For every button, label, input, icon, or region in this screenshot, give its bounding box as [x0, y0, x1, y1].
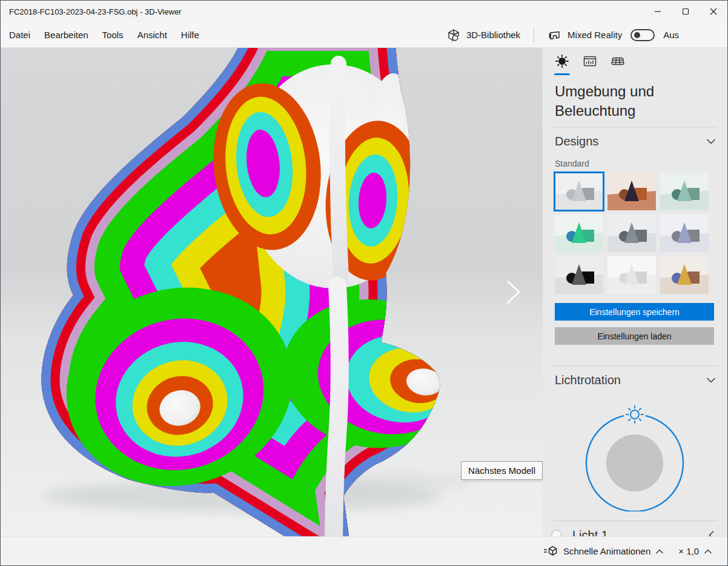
design-thumbnail-6[interactable]: [660, 215, 709, 252]
design-grid: [555, 173, 715, 294]
menu-ansicht[interactable]: Ansicht: [137, 30, 167, 40]
tab-grid[interactable]: [611, 54, 625, 76]
chevron-right-icon: [508, 281, 519, 303]
3d-library-button[interactable]: 3D-Bibliothek: [446, 28, 520, 42]
stats-icon: [583, 54, 597, 68]
light1-expander[interactable]: Licht 1: [555, 525, 715, 536]
designs-label: Designs: [555, 135, 598, 148]
grid-icon: [611, 54, 625, 68]
3d-viewport[interactable]: Nächstes Modell: [1, 48, 543, 536]
animation-speed-dropdown[interactable]: Schnelle Animationen: [543, 545, 663, 558]
menu-bearbeiten[interactable]: Bearbeiten: [44, 30, 88, 40]
design-thumbnail-1[interactable]: [555, 173, 603, 210]
designs-group-label: Standard: [555, 159, 715, 168]
chevron-up-icon: [704, 549, 712, 554]
app-window: FC2018-FC103-2023-04-23-FSG.obj - 3D-Vie…: [0, 0, 728, 566]
chevron-left-icon: [709, 531, 714, 536]
mixed-reality-toggle[interactable]: [630, 29, 655, 41]
load-settings-button[interactable]: Einstellungen laden: [555, 327, 714, 345]
light1-radio[interactable]: [551, 530, 562, 536]
minimize-icon: [654, 8, 661, 15]
panel-tabs: [555, 54, 715, 76]
animation-speed-label: Schnelle Animationen: [563, 546, 650, 556]
animation-icon: [543, 545, 558, 558]
window-controls: [644, 1, 727, 22]
close-icon: [710, 8, 717, 15]
zoom-level-dropdown[interactable]: × 1,0: [678, 546, 712, 556]
chevron-up-icon: [656, 549, 663, 554]
toggle-knob: [634, 32, 640, 38]
minimize-button[interactable]: [644, 1, 672, 22]
mixed-reality-state: Aus: [663, 30, 679, 40]
panel-title: Umgebung und Beleuchtung: [555, 82, 676, 121]
close-button[interactable]: [700, 1, 727, 22]
design-thumbnail-9[interactable]: [660, 256, 709, 294]
divider: [552, 521, 718, 521]
striped-model-body: [42, 48, 474, 536]
light1-label: Licht 1: [572, 528, 608, 537]
chevron-down-icon: [707, 378, 715, 383]
maximize-button[interactable]: [672, 1, 700, 22]
light-rotation-expander[interactable]: Lichtrotation: [555, 373, 715, 387]
next-model-button[interactable]: [506, 279, 521, 305]
chevron-down-icon: [707, 139, 715, 144]
design-thumbnail-5[interactable]: [607, 215, 656, 252]
light-rotation-dial[interactable]: [555, 402, 715, 511]
design-thumbnail-2[interactable]: [607, 173, 656, 210]
design-thumbnail-8[interactable]: [607, 256, 656, 294]
menubar-divider: [534, 27, 534, 43]
titlebar: FC2018-FC103-2023-04-23-FSG.obj - 3D-Vie…: [1, 1, 727, 22]
divider: [552, 127, 718, 127]
design-thumbnail-4[interactable]: [555, 215, 603, 252]
menu-datei[interactable]: Datei: [9, 30, 30, 40]
sun-icon: [555, 54, 569, 68]
next-model-tooltip: Nächstes Modell: [461, 461, 543, 480]
save-settings-button[interactable]: Einstellungen speichern: [555, 303, 714, 321]
selected-tab-indicator: [554, 73, 570, 75]
maximize-icon: [682, 8, 689, 15]
design-thumbnail-7[interactable]: [555, 256, 603, 294]
mixed-reality-label: Mixed Reality: [568, 30, 622, 40]
window-title: FC2018-FC103-2023-04-23-FSG.obj - 3D-Vie…: [1, 7, 181, 16]
3d-library-label: 3D-Bibliothek: [466, 30, 520, 40]
dial-knob[interactable]: [606, 434, 663, 491]
tab-stats[interactable]: [583, 54, 597, 76]
menu-tools[interactable]: Tools: [102, 30, 124, 40]
design-thumbnail-3[interactable]: [660, 173, 709, 210]
statusbar: Schnelle Animationen × 1,0: [1, 536, 727, 565]
environment-panel: Umgebung und Beleuchtung Designs Standar…: [543, 48, 727, 536]
mixed-reality-group: Mixed Reality: [548, 28, 622, 42]
menu-hilfe[interactable]: Hilfe: [181, 30, 199, 40]
tab-environment-lighting[interactable]: [555, 54, 569, 76]
3d-library-cube-icon: [446, 28, 461, 42]
designs-expander[interactable]: Designs: [555, 135, 715, 148]
menu: Datei Bearbeiten Tools Ansicht Hilfe: [1, 30, 199, 40]
light-rotation-label: Lichtrotation: [555, 373, 621, 387]
mixed-reality-icon: [548, 28, 562, 42]
spine: [334, 285, 340, 536]
divider: [552, 365, 718, 366]
zoom-level-value: × 1,0: [678, 546, 699, 556]
menubar: Datei Bearbeiten Tools Ansicht Hilfe 3D-…: [1, 22, 727, 48]
